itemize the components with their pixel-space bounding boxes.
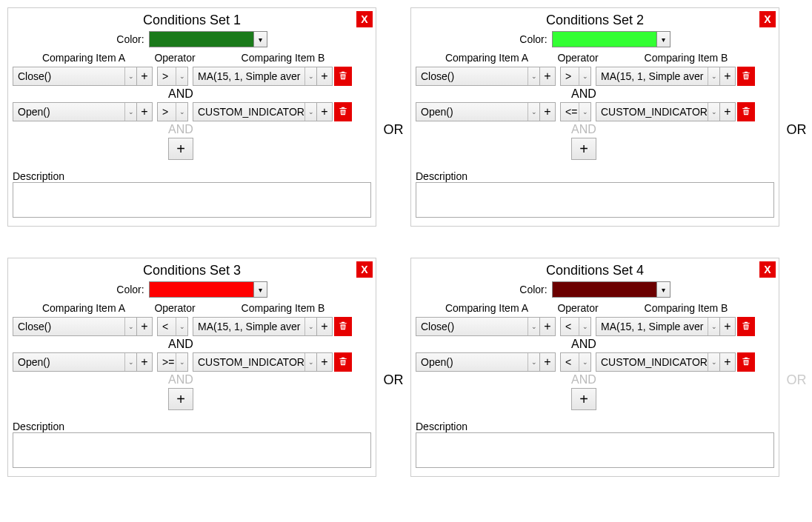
chevron-down-icon[interactable]: ⌄ bbox=[528, 103, 539, 121]
header-operator: Operator bbox=[556, 52, 599, 64]
chevron-down-icon[interactable]: ⌄ bbox=[528, 353, 539, 371]
color-picker[interactable]: ▾ bbox=[552, 281, 670, 298]
delete-row-button[interactable] bbox=[737, 352, 755, 372]
delete-row-button[interactable] bbox=[737, 67, 755, 86]
add-param-b-button[interactable]: + bbox=[719, 352, 736, 372]
operator-select-value: > bbox=[158, 103, 176, 121]
close-panel-button[interactable]: X bbox=[759, 261, 776, 278]
delete-row-button[interactable] bbox=[737, 317, 755, 336]
and-connector: AND bbox=[571, 338, 774, 351]
comparing-item-b-select[interactable]: MA(15, 1, Simple aver⌄ bbox=[596, 67, 720, 86]
trash-icon bbox=[338, 320, 348, 334]
chevron-down-icon[interactable]: ⌄ bbox=[176, 318, 187, 335]
add-param-b-button[interactable]: + bbox=[316, 317, 333, 336]
add-param-b-button[interactable]: + bbox=[719, 317, 736, 336]
chevron-down-icon[interactable]: ▾ bbox=[656, 32, 670, 47]
comparing-item-b-select[interactable]: CUSTOM_INDICATOR(⌄ bbox=[596, 352, 720, 372]
chevron-down-icon[interactable]: ⌄ bbox=[708, 318, 719, 335]
chevron-down-icon[interactable]: ▾ bbox=[253, 32, 267, 47]
add-param-a-button[interactable]: + bbox=[136, 317, 153, 336]
comparing-item-a-select[interactable]: Close()⌄ bbox=[416, 317, 540, 336]
add-condition-button[interactable]: + bbox=[571, 388, 596, 410]
delete-row-button[interactable] bbox=[334, 317, 352, 336]
chevron-down-icon[interactable]: ⌄ bbox=[579, 67, 590, 85]
comparing-item-b-select[interactable]: CUSTOM_INDICATOR(⌄ bbox=[193, 352, 317, 372]
operator-select[interactable]: <⌄ bbox=[157, 317, 188, 336]
add-param-b-button[interactable]: + bbox=[719, 102, 736, 121]
close-panel-button[interactable]: X bbox=[356, 261, 373, 278]
comparing-item-a-select[interactable]: Open()⌄ bbox=[13, 352, 137, 372]
chevron-down-icon[interactable]: ⌄ bbox=[579, 318, 590, 335]
chevron-down-icon[interactable]: ▾ bbox=[656, 282, 670, 297]
color-picker[interactable]: ▾ bbox=[149, 31, 267, 47]
add-condition-button[interactable]: + bbox=[168, 138, 193, 160]
operator-select-value: < bbox=[561, 318, 579, 335]
chevron-down-icon[interactable]: ⌄ bbox=[124, 353, 136, 371]
comparing-item-a-select[interactable]: Close()⌄ bbox=[416, 67, 540, 86]
chevron-down-icon[interactable]: ⌄ bbox=[176, 353, 187, 371]
comparing-item-b-select[interactable]: CUSTOM_INDICATOR(⌄ bbox=[193, 102, 317, 121]
add-condition-button[interactable]: + bbox=[571, 138, 596, 160]
color-picker[interactable]: ▾ bbox=[552, 31, 670, 47]
chevron-down-icon[interactable]: ⌄ bbox=[176, 103, 187, 121]
chevron-down-icon[interactable]: ▾ bbox=[253, 282, 267, 297]
description-input[interactable] bbox=[13, 432, 371, 468]
condition-row: Open()⌄+>⌄CUSTOM_INDICATOR(⌄+ bbox=[13, 102, 371, 121]
add-param-b-button[interactable]: + bbox=[719, 67, 736, 86]
operator-select[interactable]: <=⌄ bbox=[560, 102, 591, 121]
comparing-item-a-select[interactable]: Close()⌄ bbox=[13, 67, 137, 86]
chevron-down-icon[interactable]: ⌄ bbox=[708, 67, 719, 85]
chevron-down-icon[interactable]: ⌄ bbox=[304, 353, 316, 371]
chevron-down-icon[interactable]: ⌄ bbox=[124, 67, 136, 85]
chevron-down-icon[interactable]: ⌄ bbox=[304, 67, 316, 85]
comparing-item-a-select[interactable]: Close()⌄ bbox=[13, 317, 137, 336]
panel-title: Conditions Set 1 bbox=[13, 13, 371, 28]
comparing-item-a-select[interactable]: Open()⌄ bbox=[13, 102, 137, 121]
delete-row-button[interactable] bbox=[334, 352, 352, 372]
comparing-item-a-select-value: Close() bbox=[13, 318, 124, 335]
chevron-down-icon[interactable]: ⌄ bbox=[579, 103, 590, 121]
add-param-b-button[interactable]: + bbox=[316, 352, 333, 372]
add-param-b-button[interactable]: + bbox=[316, 102, 333, 121]
chevron-down-icon[interactable]: ⌄ bbox=[579, 353, 590, 371]
close-panel-button[interactable]: X bbox=[356, 11, 373, 27]
operator-select[interactable]: >=⌄ bbox=[157, 352, 188, 372]
chevron-down-icon[interactable]: ⌄ bbox=[708, 103, 719, 121]
chevron-down-icon[interactable]: ⌄ bbox=[176, 67, 187, 85]
chevron-down-icon[interactable]: ⌄ bbox=[304, 318, 316, 335]
add-param-a-button[interactable]: + bbox=[539, 67, 556, 86]
add-param-a-button[interactable]: + bbox=[136, 67, 153, 86]
chevron-down-icon[interactable]: ⌄ bbox=[124, 318, 136, 335]
comparing-item-b-select[interactable]: MA(15, 1, Simple aver⌄ bbox=[193, 67, 317, 86]
add-param-a-button[interactable]: + bbox=[539, 317, 556, 336]
comparing-item-a-select[interactable]: Open()⌄ bbox=[416, 102, 540, 121]
description-input[interactable] bbox=[416, 182, 774, 218]
comparing-item-b-select[interactable]: MA(15, 1, Simple aver⌄ bbox=[596, 317, 720, 336]
chevron-down-icon[interactable]: ⌄ bbox=[708, 353, 719, 371]
description-input[interactable] bbox=[13, 182, 371, 218]
chevron-down-icon[interactable]: ⌄ bbox=[528, 67, 539, 85]
add-param-a-button[interactable]: + bbox=[136, 102, 153, 121]
delete-row-button[interactable] bbox=[334, 102, 352, 121]
chevron-down-icon[interactable]: ⌄ bbox=[528, 318, 539, 335]
operator-select[interactable]: <⌄ bbox=[560, 352, 591, 372]
description-input[interactable] bbox=[416, 432, 774, 468]
add-param-a-button[interactable]: + bbox=[539, 102, 556, 121]
comparing-item-b-select[interactable]: CUSTOM_INDICATOR(⌄ bbox=[596, 102, 720, 121]
delete-row-button[interactable] bbox=[737, 102, 755, 121]
chevron-down-icon[interactable]: ⌄ bbox=[304, 103, 316, 121]
comparing-item-b-select[interactable]: MA(15, 1, Simple aver⌄ bbox=[193, 317, 317, 336]
delete-row-button[interactable] bbox=[334, 67, 352, 86]
operator-select[interactable]: >⌄ bbox=[157, 102, 188, 121]
add-param-b-button[interactable]: + bbox=[316, 67, 333, 86]
add-param-a-button[interactable]: + bbox=[539, 352, 556, 372]
operator-select[interactable]: >⌄ bbox=[560, 67, 591, 86]
chevron-down-icon[interactable]: ⌄ bbox=[124, 103, 136, 121]
close-panel-button[interactable]: X bbox=[759, 11, 776, 27]
operator-select[interactable]: <⌄ bbox=[560, 317, 591, 336]
color-picker[interactable]: ▾ bbox=[149, 281, 267, 298]
add-param-a-button[interactable]: + bbox=[136, 352, 153, 372]
add-condition-button[interactable]: + bbox=[168, 388, 193, 410]
operator-select[interactable]: >⌄ bbox=[157, 67, 188, 86]
comparing-item-a-select[interactable]: Open()⌄ bbox=[416, 352, 540, 372]
